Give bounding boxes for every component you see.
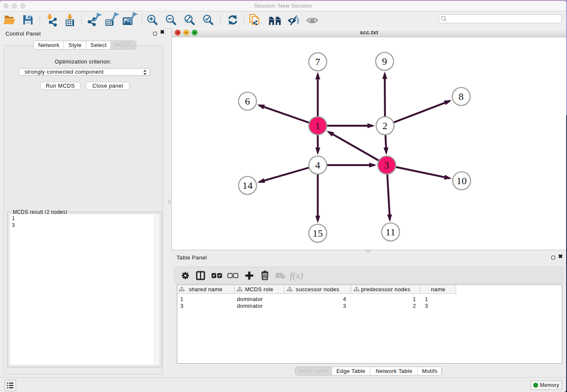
svg-text:10: 10	[457, 175, 467, 186]
svg-text:6: 6	[245, 96, 250, 107]
svg-text:7: 7	[315, 56, 320, 67]
svg-text:f(x): f(x)	[290, 270, 303, 281]
svg-text:8: 8	[459, 91, 464, 102]
svg-text:11: 11	[385, 226, 396, 237]
svg-text:2: 2	[383, 120, 388, 131]
svg-text:15: 15	[313, 228, 323, 239]
svg-text:14: 14	[242, 180, 253, 191]
svg-text:4: 4	[315, 160, 320, 171]
svg-text:1: 1	[315, 120, 320, 131]
svg-text:3: 3	[384, 160, 389, 171]
svg-text:9: 9	[382, 56, 387, 67]
